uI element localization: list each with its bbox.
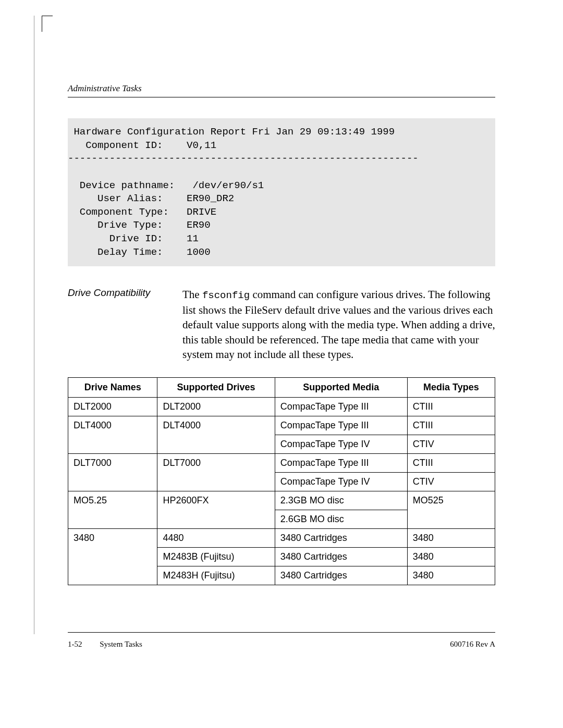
section-side-label: Drive Compatibility [68,287,167,362]
header-rule [68,97,495,97]
table-row: MO5.25 HP2600FX 2.3GB MO disc MO525 [68,491,495,510]
cell: 3480 Cartridges [275,566,407,585]
crop-guide [34,16,34,634]
cell: HP2600FX [157,491,275,529]
code-line: Drive Type: ER90 [68,219,211,231]
crop-mark [42,16,53,32]
th-drive-names: Drive Names [68,378,157,398]
cell: 2.6GB MO disc [275,510,407,529]
cell: DLT4000 [157,416,275,454]
table-row: DLT7000 DLT7000 CompacTape Type III CTII… [68,454,495,473]
table-row: 3480 4480 3480 Cartridges 3480 [68,529,495,548]
code-line: Component ID: V0,11 [68,140,216,151]
cell: 3480 [407,548,495,566]
cell: MO5.25 [68,491,157,529]
cell: CompacTape Type III [275,416,407,435]
code-line: ----------------------------------------… [68,153,419,164]
running-head: Administrative Tasks [68,83,495,94]
code-line: Delay Time: 1000 [68,246,211,258]
cell: CompacTape Type III [275,398,407,416]
code-line: Device pathname: /dev/er90/s1 [68,180,264,191]
cell: DLT4000 [68,416,157,454]
th-supported-media: Supported Media [275,378,407,398]
footer-section: System Tasks [100,640,142,648]
code-line: Drive ID: 11 [68,233,199,244]
footer-rule [68,632,495,633]
cell: CTIII [407,398,495,416]
compatibility-table: Drive Names Supported Drives Supported M… [68,377,495,585]
cell: CTIII [407,454,495,473]
doc-number: 600716 Rev A [450,640,495,649]
cell: M2483B (Fujitsu) [157,548,275,566]
table-row: DLT2000 DLT2000 CompacTape Type III CTII… [68,398,495,416]
body-text-pre: The [182,288,202,301]
cell: DLT7000 [157,454,275,491]
code-line: Component Type: DRIVE [68,206,216,218]
th-supported-drives: Supported Drives [157,378,275,398]
cell: DLT2000 [68,398,157,416]
page-number: 1-52 [68,640,82,648]
cell: 3480 [407,529,495,548]
section-body: The fsconfig command can configure vario… [182,287,495,362]
cell: CompacTape Type IV [275,473,407,491]
th-media-types: Media Types [407,378,495,398]
cell: MO525 [407,491,495,529]
cell: DLT7000 [68,454,157,491]
cell: CompacTape Type III [275,454,407,473]
code-line: Hardware Configuration Report Fri Jan 29… [68,126,395,138]
table-row: DLT4000 DLT4000 CompacTape Type III CTII… [68,416,495,435]
cell: CTIV [407,435,495,454]
cell: 3480 [407,566,495,585]
page-footer: 1-52 System Tasks 600716 Rev A [68,640,495,649]
cell: 3480 Cartridges [275,548,407,566]
cell: 3480 [68,529,157,585]
cell: M2483H (Fujitsu) [157,566,275,585]
code-line: User Alias: ER90_DR2 [68,193,234,204]
cell: CompacTape Type IV [275,435,407,454]
cell: DLT2000 [157,398,275,416]
inline-code: fsconfig [202,290,250,301]
cell: 2.3GB MO disc [275,491,407,510]
cell: CTIII [407,416,495,435]
cell: 4480 [157,529,275,548]
code-block: Hardware Configuration Report Fri Jan 29… [68,118,495,266]
cell: CTIV [407,473,495,491]
cell: 3480 Cartridges [275,529,407,548]
